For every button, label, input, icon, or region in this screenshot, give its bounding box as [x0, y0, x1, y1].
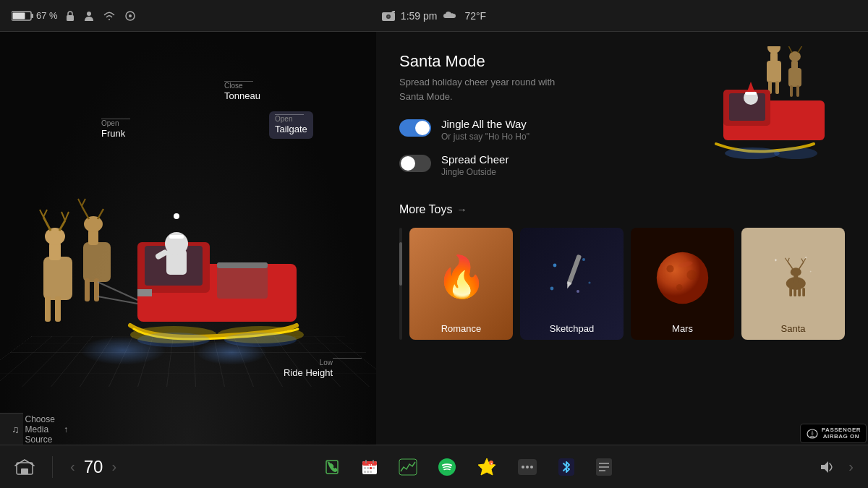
- svg-rect-12: [55, 296, 61, 322]
- star-icon: ✦: [477, 457, 497, 477]
- svg-rect-105: [21, 468, 28, 474]
- mars-planet: [652, 247, 713, 309]
- nav-bluetooth[interactable]: [558, 458, 575, 476]
- svg-point-9: [387, 15, 389, 17]
- nav-volume[interactable]: [820, 460, 837, 474]
- svg-rect-52: [775, 81, 779, 94]
- svg-marker-120: [478, 458, 495, 475]
- toy-card-romance[interactable]: 🔥 Romance: [409, 228, 513, 340]
- media-source-text: Choose Media Source: [25, 414, 55, 445]
- svg-rect-42: [169, 235, 184, 239]
- svg-rect-113: [370, 467, 372, 469]
- speed-decrease[interactable]: ‹: [70, 458, 75, 475]
- battery-percent: 67 %: [36, 10, 58, 21]
- glow-circle-2: [195, 340, 268, 365]
- phone-icon: [323, 458, 341, 476]
- santa-label: Santa: [741, 323, 845, 334]
- airbag-badge: PASSENGER AIRBAG ON: [800, 424, 867, 443]
- scroll-thumb: [399, 242, 402, 286]
- label-tonneau[interactable]: Close Tonneau: [224, 81, 260, 103]
- svg-point-124: [522, 466, 524, 468]
- svg-marker-132: [821, 461, 828, 473]
- svg-rect-61: [788, 68, 801, 87]
- sleigh-body: [130, 213, 304, 347]
- media-arrow: ↑: [64, 424, 68, 435]
- svg-point-25: [84, 216, 103, 232]
- santa-art: ✦ ✦ ✦: [766, 251, 820, 305]
- toggle-spread-label: Spread Cheer: [441, 153, 509, 166]
- svg-line-17: [43, 210, 47, 217]
- svg-rect-117: [370, 471, 372, 473]
- toggle-jingle[interactable]: [399, 119, 431, 137]
- glow-circle-1: [80, 336, 166, 365]
- nav-next-arrow[interactable]: ›: [848, 458, 854, 475]
- more-toys-arrow: →: [457, 204, 467, 215]
- svg-point-65: [789, 51, 801, 61]
- car-scene: ⚡: [0, 32, 376, 445]
- scroll-indicator[interactable]: [399, 228, 402, 340]
- svg-point-74: [725, 147, 780, 159]
- right-panel: Santa Mode Spread holiday cheer year rou…: [376, 32, 868, 445]
- person-icon: [84, 10, 94, 22]
- svg-point-6: [129, 14, 132, 17]
- svg-rect-100: [789, 288, 792, 296]
- label-ride-height[interactable]: Low Ride Height: [284, 358, 333, 380]
- nav-notes[interactable]: [595, 458, 613, 476]
- toy-card-santa[interactable]: ✦ ✦ ✦: [741, 228, 845, 340]
- svg-rect-103: [802, 288, 805, 296]
- svg-rect-21: [83, 242, 111, 282]
- svg-point-79: [582, 258, 585, 261]
- home-icon: [14, 458, 35, 476]
- sketchpad-art: [543, 248, 601, 306]
- svg-rect-112: [367, 467, 369, 469]
- label-frunk[interactable]: Open Frunk: [101, 119, 125, 140]
- svg-line-97: [799, 262, 804, 269]
- svg-point-85: [686, 270, 697, 280]
- svg-line-29: [98, 209, 103, 219]
- volume-icon: [820, 460, 837, 474]
- nav-left: ‹ 70 ›: [14, 456, 116, 478]
- nav-chart[interactable]: [399, 458, 417, 476]
- toggle-spread[interactable]: [399, 155, 431, 172]
- sleigh-scene: ⚡: [22, 155, 354, 372]
- svg-rect-111: [364, 467, 366, 469]
- speed-display: 70: [84, 457, 103, 477]
- romance-emoji: 🔥: [436, 253, 487, 301]
- nav-phone[interactable]: [323, 458, 341, 476]
- speed-increase[interactable]: ›: [111, 458, 116, 475]
- toy-card-sketchpad[interactable]: Sketchpad: [520, 228, 624, 340]
- status-weather: 72°F: [464, 10, 486, 22]
- toy-card-mars[interactable]: Mars: [631, 228, 734, 340]
- svg-point-83: [657, 252, 708, 304]
- nav-divider-1: [52, 456, 53, 478]
- nav-home[interactable]: [14, 458, 35, 476]
- sleigh-svg: ⚡: [22, 155, 354, 372]
- toggle-jingle-label: Jingle All the Way: [441, 118, 529, 130]
- nav-star[interactable]: ✦: [477, 457, 497, 477]
- nav-more[interactable]: [517, 458, 537, 476]
- dots-icon: [517, 458, 537, 476]
- svg-rect-73: [745, 92, 757, 95]
- label-tailgate[interactable]: Open Tailgate: [269, 111, 313, 139]
- more-toys-section: More Toys → 🔥 Romance: [376, 203, 868, 445]
- svg-point-82: [576, 290, 579, 293]
- svg-rect-53: [770, 52, 778, 63]
- mars-label: Mars: [631, 323, 734, 334]
- bottom-nav: ‹ 70 › 11: [0, 445, 868, 488]
- svg-line-15: [43, 217, 51, 231]
- more-toys-header[interactable]: More Toys →: [399, 203, 845, 216]
- svg-rect-3: [67, 15, 74, 21]
- spotify-icon: [438, 458, 456, 476]
- svg-line-18: [59, 221, 65, 231]
- svg-point-14: [45, 228, 65, 245]
- status-left: 67 %: [12, 10, 382, 22]
- status-center: 1:59 pm 72°F: [382, 10, 486, 22]
- svg-rect-22: [85, 278, 90, 301]
- more-toys-title: More Toys: [399, 203, 453, 216]
- nav-spotify[interactable]: [438, 458, 456, 476]
- media-bar[interactable]: ♫ Choose Media Source ↑: [0, 413, 23, 445]
- nav-calendar[interactable]: 11: [361, 458, 378, 476]
- svg-point-4: [87, 12, 91, 16]
- svg-rect-11: [45, 296, 51, 322]
- svg-line-28: [82, 199, 85, 206]
